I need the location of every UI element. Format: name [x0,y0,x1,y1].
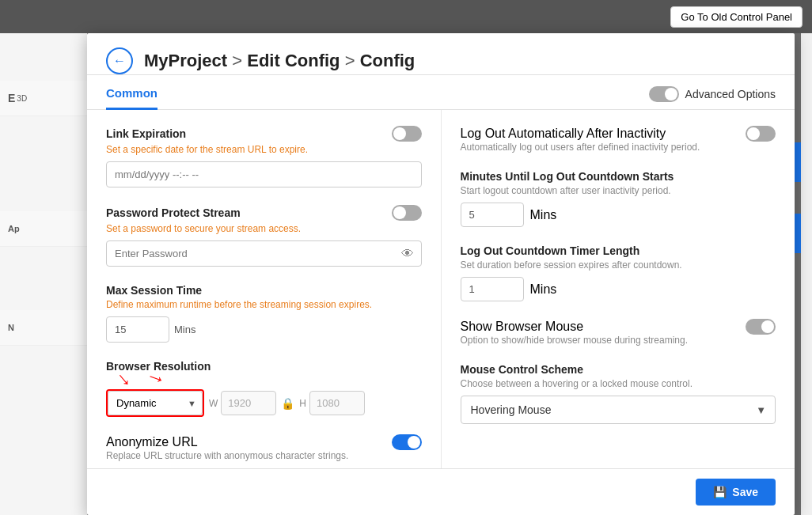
modal-title: MyProject > Edit Config > Config [144,51,776,71]
anonymize-url-label: Anonymize URL [106,435,198,449]
save-button[interactable]: 💾 Save [696,479,776,506]
max-session-input-group: Mins [106,316,422,343]
logout-countdown-start-label: Minutes Until Log Out Countdown Starts [461,170,776,183]
breadcrumb-part1: MyProject [144,51,227,70]
tab-common[interactable]: Common [106,78,157,110]
breadcrumb-part2: Edit Config [247,51,340,70]
max-session-desc: Define maximum runtime before the stream… [106,299,422,310]
left-sidebar-bg: E 3D Ap N [0,33,87,515]
show-browser-mouse-label-row: Show Browser Mouse [461,319,776,335]
password-input-wrapper: 👁 [106,240,422,267]
link-expiration-input[interactable] [106,161,422,187]
logout-countdown-length-input-group: Mins [461,277,776,301]
browser-resolution-label: Browser Resolution [106,360,422,373]
mouse-control-dropdown[interactable]: Hovering Mouse Locked Mouse [461,396,776,424]
anonymize-url-field: Anonymize URL Replace URL structure with… [106,434,422,461]
blue-indicator-2 [795,214,801,253]
logout-countdown-length-input[interactable] [461,277,524,301]
max-session-unit: Mins [174,324,195,335]
right-column: Log Out Automatically After Inactivity A… [442,110,795,468]
resolution-select[interactable]: Dynamic Custom [108,391,203,415]
breadcrumb-sep2: > [340,51,360,70]
lock-icon: 🔒 [281,397,294,410]
resolution-dimensions: W [209,391,276,415]
mouse-control-desc: Choose between a hovering or a locked mo… [461,378,776,389]
show-browser-mouse-label: Show Browser Mouse [461,320,584,334]
password-input[interactable] [106,240,422,267]
right-sidebar-bg [801,33,812,515]
link-expiration-label: Link Expiration [106,127,186,140]
show-browser-mouse-desc: Option to show/hide browser mouse during… [461,335,776,346]
logout-countdown-length-field: Log Out Countdown Timer Length Set durat… [461,244,776,301]
password-protect-toggle[interactable] [392,205,422,221]
tab-bar: Common Advanced Options [87,78,795,110]
show-browser-mouse-toggle[interactable] [746,319,776,335]
link-expiration-desc: Set a specific date for the stream URL t… [106,144,422,155]
blue-indicator-1 [795,142,801,182]
main-modal: ← MyProject > Edit Config > Config Commo… [87,33,795,515]
eye-icon[interactable]: 👁 [401,247,414,261]
link-expiration-toggle[interactable] [392,126,422,142]
resolution-height: H [299,391,365,415]
logout-countdown-length-desc: Set duration before session expires afte… [461,259,776,271]
sidebar-bg-item-1: E 3D [0,81,87,116]
modal-header: ← MyProject > Edit Config > Config [87,33,795,75]
advanced-options-toggle-switch[interactable] [649,86,679,102]
mouse-control-label: Mouse Control Scheme [461,363,776,376]
resolution-select-wrapper: Dynamic Custom ▼ [106,389,204,417]
anonymize-url-label-row: Anonymize URL [106,434,422,450]
logout-countdown-length-unit: Mins [530,282,557,297]
modal-footer: 💾 Save [87,468,795,515]
logout-auto-field: Log Out Automatically After Inactivity A… [461,126,776,153]
logout-auto-desc: Automatically log out users after define… [461,142,776,153]
logout-countdown-start-input-group: Mins [461,203,776,227]
mouse-control-dropdown-wrapper: Hovering Mouse Locked Mouse ▼ [461,396,776,424]
max-session-input[interactable] [106,316,169,343]
browser-resolution-field: Browser Resolution → → Dynamic Custom ▼ [106,360,422,417]
password-protect-label: Password Protect Stream [106,206,241,219]
advanced-options-toggle[interactable]: Advanced Options [649,86,776,102]
save-label: Save [732,486,758,498]
logout-auto-label-row: Log Out Automatically After Inactivity [461,126,776,142]
password-protect-label-row: Password Protect Stream [106,205,422,221]
anonymize-url-toggle[interactable] [392,434,422,450]
breadcrumb-sep1: > [227,51,247,70]
save-icon: 💾 [713,486,727,498]
sidebar-bg-item-3: N [0,310,87,346]
height-input[interactable] [309,391,365,415]
advanced-options-label: Advanced Options [685,88,776,100]
width-label: W [209,398,218,409]
max-session-field: Max Session Time Define maximum runtime … [106,284,422,343]
resolution-row: Dynamic Custom ▼ W 🔒 H [106,389,422,417]
height-label: H [299,398,306,409]
password-protect-field: Password Protect Stream Set a password t… [106,205,422,267]
logout-countdown-start-input[interactable] [461,203,524,227]
show-browser-mouse-field: Show Browser Mouse Option to show/hide b… [461,319,776,346]
breadcrumb-part3: Config [360,51,415,70]
logout-countdown-start-desc: Start logout countdown after user inacti… [461,185,776,196]
back-button[interactable]: ← [106,47,133,74]
top-bar: Go To Old Control Panel [0,0,812,33]
logout-countdown-length-label: Log Out Countdown Timer Length [461,244,776,257]
logout-countdown-start-unit: Mins [530,208,557,222]
modal-body: Link Expiration Set a specific date for … [87,110,795,468]
anonymize-url-desc: Replace URL structure with anonymous cha… [106,450,422,461]
link-expiration-field: Link Expiration Set a specific date for … [106,126,422,187]
logout-auto-toggle[interactable] [746,126,776,142]
link-expiration-label-row: Link Expiration [106,126,422,142]
go-to-old-panel-button[interactable]: Go To Old Control Panel [670,6,803,28]
logout-auto-label: Log Out Automatically After Inactivity [461,127,666,141]
left-column: Link Expiration Set a specific date for … [87,110,442,468]
password-protect-desc: Set a password to secure your stream acc… [106,223,422,234]
max-session-label: Max Session Time [106,284,422,297]
sidebar-bg-item-2: Ap [0,211,87,247]
logout-countdown-start-field: Minutes Until Log Out Countdown Starts S… [461,170,776,227]
width-input[interactable] [221,391,276,415]
mouse-control-field: Mouse Control Scheme Choose between a ho… [461,363,776,424]
